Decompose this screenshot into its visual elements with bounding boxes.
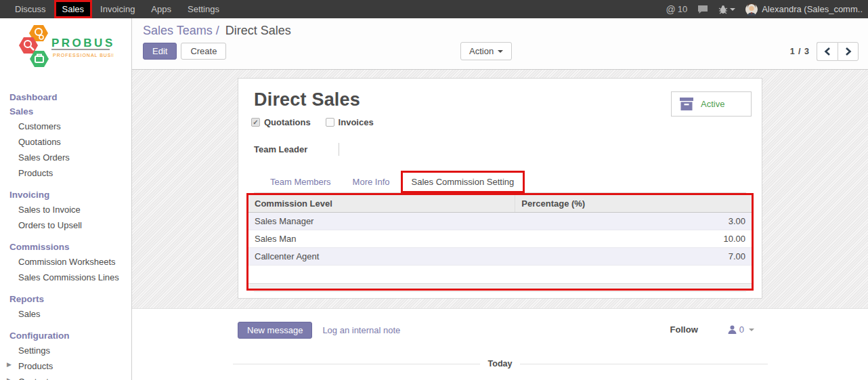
user-name: Alexandra (Sales_comm.. xyxy=(762,4,863,14)
percentage-cell[interactable]: 10.00 xyxy=(515,230,752,248)
table-footer-strip xyxy=(248,283,752,289)
action-label: Action xyxy=(469,46,494,56)
today-divider: Today xyxy=(233,359,768,368)
sidebar-item-products[interactable]: Products xyxy=(0,165,131,181)
nav-item-sales[interactable]: Sales xyxy=(54,0,93,18)
control-bar: Sales Teams / Direct Sales Edit Create A… xyxy=(132,18,868,70)
nav-item-apps[interactable]: Apps xyxy=(143,0,179,18)
form-sheet: Active Direct Sales ✓QuotationsInvoices … xyxy=(238,78,762,299)
mentions-indicator[interactable]: @ 10 xyxy=(666,4,687,15)
sidebar: PROBUSE PROFESSIONAL BUSINESS DashboardS… xyxy=(0,18,132,380)
sidebar-item-sales[interactable]: Sales xyxy=(0,306,131,322)
chat-bubble-icon xyxy=(697,5,708,14)
user-menu[interactable]: Alexandra (Sales_comm.. xyxy=(745,3,863,16)
team-leader-label: Team Leader xyxy=(254,143,339,156)
checkbox-row: ✓QuotationsInvoices xyxy=(251,117,746,127)
log-internal-note-link[interactable]: Log an internal note xyxy=(322,325,400,335)
breadcrumb-parent-link[interactable]: Sales Teams / xyxy=(143,24,219,37)
mention-count: 10 xyxy=(678,4,687,14)
sidebar-item-commission-worksheets[interactable]: Commission Worksheets xyxy=(0,254,131,270)
percentage-cell[interactable]: 3.00 xyxy=(515,213,752,230)
checkbox-unchecked-icon[interactable] xyxy=(326,118,334,127)
follow-button[interactable]: Follow xyxy=(670,324,698,335)
chevron-down-icon xyxy=(730,8,735,11)
tab-more-info[interactable]: More Info xyxy=(342,171,401,192)
logo-brand-text: PROBUSE xyxy=(51,37,114,49)
topbar-right: @ 10 Alexandra (Sales_comm.. xyxy=(666,0,868,18)
sidebar-item-commissions[interactable]: Commissions xyxy=(0,240,131,254)
today-label: Today xyxy=(480,359,521,368)
sidebar-item-quotations[interactable]: Quotations xyxy=(0,134,131,150)
sidebar-menu: DashboardSalesCustomersQuotationsSales O… xyxy=(0,90,131,380)
sidebar-item-dashboard[interactable]: Dashboard xyxy=(0,90,131,104)
table-row[interactable]: Callcenter Agent7.00 xyxy=(248,248,752,266)
debug-menu[interactable] xyxy=(718,5,735,14)
commission-level-cell[interactable]: Sales Man xyxy=(248,230,515,248)
sidebar-item-customers[interactable]: Customers xyxy=(0,119,131,134)
top-navbar: DiscussSalesInvoicingAppsSettings @ 10 xyxy=(0,0,868,18)
sidebar-item-sales-orders[interactable]: Sales Orders xyxy=(0,150,131,165)
nav-item-invoicing[interactable]: Invoicing xyxy=(92,0,143,18)
chevron-down-icon xyxy=(498,50,503,53)
pager-previous-button[interactable] xyxy=(817,42,838,61)
messages-icon[interactable] xyxy=(697,5,708,14)
sidebar-item-sales[interactable]: Sales xyxy=(0,104,131,119)
sidebar-item-sales-commissions-lines[interactable]: Sales Commissions Lines xyxy=(0,270,131,285)
nav-item-discuss[interactable]: Discuss xyxy=(7,0,54,18)
followers-menu[interactable]: 0 xyxy=(728,324,754,335)
checkbox-checked-icon[interactable]: ✓ xyxy=(251,118,260,127)
commission-table: Commission LevelPercentage (%) Sales Man… xyxy=(248,195,752,283)
at-icon: @ xyxy=(666,4,675,15)
table-row[interactable]: Sales Man10.00 xyxy=(248,230,752,248)
empty-table-row xyxy=(248,266,752,283)
breadcrumb: Sales Teams / Direct Sales xyxy=(143,24,868,38)
chatter: New message Log an internal note Follow … xyxy=(132,308,868,380)
active-button[interactable]: Active xyxy=(671,91,752,117)
commission-level-cell[interactable]: Callcenter Agent xyxy=(248,248,515,266)
checkbox-quotations[interactable]: ✓Quotations xyxy=(251,117,311,127)
percentage-cell[interactable]: 7.00 xyxy=(515,248,752,266)
commission-table-container: Commission LevelPercentage (%) Sales Man… xyxy=(246,193,754,291)
column-header[interactable]: Commission Level xyxy=(248,195,515,213)
sidebar-item-invoicing[interactable]: Invoicing xyxy=(0,188,131,202)
action-dropdown[interactable]: Action xyxy=(460,42,512,60)
sidebar-item-configuration[interactable]: Configuration xyxy=(0,329,131,343)
sheet-separator xyxy=(254,291,746,292)
pager-next-button[interactable] xyxy=(838,42,859,61)
pager-counter: 1 / 3 xyxy=(790,47,810,56)
column-header[interactable]: Percentage (%) xyxy=(515,195,752,213)
team-leader-field-row: Team Leader xyxy=(254,143,746,156)
nav-item-settings[interactable]: Settings xyxy=(179,0,227,18)
checkbox-label: Quotations xyxy=(264,117,311,127)
sidebar-item-settings[interactable]: Settings xyxy=(0,343,131,358)
expand-arrow-icon[interactable]: ▶ xyxy=(7,377,12,380)
create-button[interactable]: Create xyxy=(181,43,226,60)
notebook-tabs: Team MembersMore InfoSales Commission Se… xyxy=(254,171,746,193)
team-leader-field[interactable] xyxy=(339,143,746,156)
pager: 1 / 3 xyxy=(790,42,859,61)
expand-arrow-icon[interactable]: ▶ xyxy=(7,361,12,368)
sidebar-item-orders-to-upsell[interactable]: Orders to Upsell xyxy=(0,217,131,233)
new-message-button[interactable]: New message xyxy=(238,322,312,339)
tab-sales-commission-setting[interactable]: Sales Commission Setting xyxy=(401,171,525,193)
sidebar-item-products[interactable]: ▶Products xyxy=(0,358,131,374)
logo-tagline-text: PROFESSIONAL BUSINESS xyxy=(53,53,114,58)
sidebar-item-reports[interactable]: Reports xyxy=(0,292,131,306)
probuse-logo: PROBUSE PROFESSIONAL BUSINESS xyxy=(0,18,131,90)
tab-team-members[interactable]: Team Members xyxy=(259,171,342,192)
active-label: Active xyxy=(701,99,724,109)
checkbox-invoices[interactable]: Invoices xyxy=(326,117,374,127)
sidebar-item-contacts[interactable]: ▶Contacts xyxy=(0,374,131,380)
checkbox-label: Invoices xyxy=(339,117,374,127)
content-area: Active Direct Sales ✓QuotationsInvoices … xyxy=(132,70,868,308)
chevron-right-icon xyxy=(845,47,852,56)
commission-level-cell[interactable]: Sales Manager xyxy=(248,213,515,230)
sidebar-item-sales-to-invoice[interactable]: Sales to Invoice xyxy=(0,202,131,217)
avatar xyxy=(745,3,758,16)
top-nav-menu: DiscussSalesInvoicingAppsSettings xyxy=(0,0,227,18)
bug-icon xyxy=(718,5,728,14)
chevron-left-icon xyxy=(824,47,831,56)
table-row[interactable]: Sales Manager3.00 xyxy=(248,213,752,230)
breadcrumb-current: Direct Sales xyxy=(225,24,291,37)
edit-button[interactable]: Edit xyxy=(143,43,177,60)
